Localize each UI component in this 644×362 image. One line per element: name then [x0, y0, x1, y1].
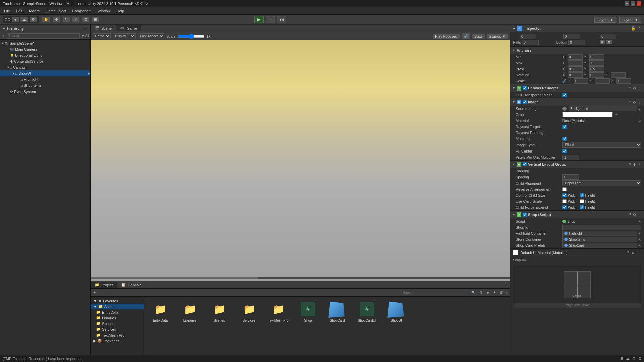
use-child-scale-height-checkbox[interactable] — [580, 199, 584, 203]
anchors-header[interactable]: ▼ Anchors — [510, 47, 644, 54]
tree-item-directionallight[interactable]: 💡 Directional Light — [0, 52, 90, 58]
sidebar-packages[interactable]: ▶ 📦 Packages — [91, 338, 144, 344]
control-child-width-checkbox[interactable] — [562, 193, 567, 197]
scale-x-input[interactable] — [574, 78, 588, 84]
hierarchy-search[interactable] — [7, 33, 80, 39]
sidebar-assets[interactable]: ▼ 📁 Assets — [91, 304, 144, 309]
image-menu-button[interactable]: ⋮ — [637, 100, 642, 104]
horizontal-scrollbar[interactable] — [91, 277, 510, 279]
tree-item-samplescene[interactable]: ▼ 🎬 SampleScene* — [0, 40, 90, 46]
left-input[interactable] — [520, 34, 536, 39]
toolbar-hand-tool[interactable]: ✋ — [42, 17, 50, 22]
assets-add-button[interactable]: + — [93, 290, 97, 295]
inspector-menu-icon[interactable]: ⋮ — [638, 26, 641, 31]
material-menu-button[interactable]: ⋮ — [637, 251, 641, 255]
tree-item-contentfulservice[interactable]: ⚙ ContentfulService — [0, 58, 90, 64]
vlg-header[interactable]: ▼ ⊞ Vertical Layout Group ? ⚙ ⋮ — [510, 161, 644, 168]
menu-file[interactable]: File — [1, 8, 13, 14]
shop-script-header[interactable]: ▼ # Shop (Script) ? ⚙ ⋮ — [510, 211, 644, 218]
toolbar-cloud-button[interactable]: ☁ — [20, 17, 28, 22]
image-type-select[interactable]: Sliced Simple Tiled Filled — [562, 142, 641, 148]
scene-menu-icon[interactable]: ⋮ — [501, 26, 510, 31]
use-child-scale-width-checkbox[interactable] — [562, 199, 567, 203]
asset-libraries[interactable]: 📁 Libraries — [176, 299, 203, 324]
game-display-number-select[interactable]: Display 1 — [113, 33, 136, 39]
hierarchy-menu-icon[interactable]: ⋮ — [84, 26, 88, 31]
assets-search[interactable] — [401, 290, 468, 295]
asset-shopcardui[interactable]: # ShopCardUI — [354, 299, 380, 324]
inspector-lock-icon[interactable]: 🔒 — [631, 26, 636, 31]
toolbar-settings-button[interactable]: ⚙ — [30, 17, 37, 22]
menu-component[interactable]: Component — [69, 8, 94, 14]
canvas-renderer-help-button[interactable]: ? — [628, 86, 632, 90]
menu-gameobject[interactable]: GameObject — [43, 8, 69, 14]
toolbar-scale-tool[interactable]: ⤢ — [72, 17, 79, 22]
menu-assets[interactable]: Assets — [26, 8, 42, 14]
child-alignment-select[interactable]: Upper Left Upper Center Upper Right Midd… — [562, 180, 641, 186]
sidebar-entrydata[interactable]: 📁 EntryData — [91, 309, 144, 315]
material-select-button[interactable]: ◎ — [638, 119, 641, 123]
min-x-input[interactable] — [568, 54, 583, 60]
pivot-x-input[interactable] — [568, 66, 583, 72]
rot-x-input[interactable] — [568, 72, 583, 78]
shop-script-settings-button[interactable]: ⚙ — [632, 213, 637, 217]
menu-help[interactable]: Help — [114, 8, 127, 14]
fill-center-checkbox[interactable] — [562, 149, 567, 153]
source-image-select-button[interactable]: ◎ — [638, 107, 641, 111]
reverse-arrangement-checkbox[interactable] — [562, 187, 567, 191]
vlg-settings-button[interactable]: ⚙ — [632, 163, 637, 166]
tab-game[interactable]: 🎮 Game — [116, 25, 141, 31]
canvas-renderer-enable-checkbox[interactable] — [523, 86, 527, 90]
asset-scenes[interactable]: 📁 Scenes — [206, 299, 233, 324]
link-button[interactable]: ⛓ — [606, 40, 612, 44]
raycast-target-checkbox[interactable] — [562, 125, 567, 129]
top-input[interactable] — [563, 34, 580, 39]
toolbar-rotate-tool[interactable]: ↻ — [63, 17, 70, 22]
asset-shopcard[interactable]: ShopCard — [324, 299, 351, 324]
material-help-button[interactable]: ? — [626, 251, 630, 255]
material-settings-button[interactable]: ⚙ — [631, 251, 635, 255]
shop-card-prefab-field[interactable]: ShopCard — [562, 243, 637, 248]
pivot-y-input[interactable] — [589, 66, 604, 72]
asset-shopui-asset[interactable]: ShopUI — [383, 299, 410, 324]
sidebar-favorites[interactable]: ▼ ★ Favorites — [91, 298, 144, 304]
canvas-renderer-menu-button[interactable]: ⋮ — [637, 86, 642, 90]
scale-y-input[interactable] — [595, 78, 610, 84]
highlight-container-field[interactable]: Highlight — [562, 231, 637, 236]
menu-edit[interactable]: Edit — [13, 8, 25, 14]
game-aspect-select[interactable]: Free Aspect — [138, 33, 164, 39]
spacing-input[interactable] — [562, 174, 579, 180]
store-container-field[interactable]: ShopItems — [562, 237, 637, 242]
sidebar-services[interactable]: 📁 Services — [91, 326, 144, 332]
bottom-input[interactable] — [568, 40, 585, 45]
sidebar-libraries[interactable]: 📁 Libraries — [91, 315, 144, 321]
tree-item-canvas[interactable]: ▼ □ Canvas — [0, 64, 90, 70]
gizmos-button[interactable]: Gizmos ▼ — [487, 34, 508, 39]
highlight-select-button[interactable]: ◎ — [638, 232, 641, 235]
tree-item-shopui[interactable]: ▼ □ ShopUI ▶ — [0, 70, 90, 76]
pixels-per-unit-input[interactable] — [562, 155, 579, 160]
layers-dropdown[interactable]: Layers ▼ — [594, 17, 616, 23]
vlg-help-button[interactable]: ? — [628, 163, 632, 166]
min-y-input[interactable] — [589, 54, 604, 60]
script-select-button[interactable]: ◎ — [638, 220, 641, 223]
asset-shop[interactable]: # Shop — [294, 299, 321, 324]
source-image-input[interactable] — [569, 106, 637, 111]
sidebar-textmeshpro[interactable]: 📁 TextMesh Pro — [91, 332, 144, 338]
maskable-checkbox[interactable] — [562, 137, 567, 141]
image-settings-button[interactable]: ⚙ — [632, 100, 637, 104]
play-button[interactable]: ▶ — [254, 16, 264, 23]
shopui-tag-edit[interactable]: ✏ — [524, 258, 527, 262]
stats-button[interactable]: Stats — [472, 34, 485, 39]
shop-script-enable-checkbox[interactable] — [523, 213, 527, 217]
vlg-enable-checkbox[interactable] — [523, 162, 527, 166]
asset-entrydata[interactable]: 📁 EntryData — [147, 299, 174, 324]
hierarchy-add-button[interactable]: + — [1, 34, 5, 38]
game-display-select[interactable]: Game — [93, 33, 111, 39]
right-input[interactable] — [522, 40, 539, 45]
shop-script-help-button[interactable]: ? — [628, 213, 632, 217]
tab-scene[interactable]: 🎬 Scene — [91, 25, 116, 31]
assets-filter3[interactable]: ★ — [492, 290, 497, 295]
assets-filter1[interactable]: ⚙ — [478, 290, 483, 295]
store-select-button[interactable]: ◎ — [638, 238, 641, 241]
